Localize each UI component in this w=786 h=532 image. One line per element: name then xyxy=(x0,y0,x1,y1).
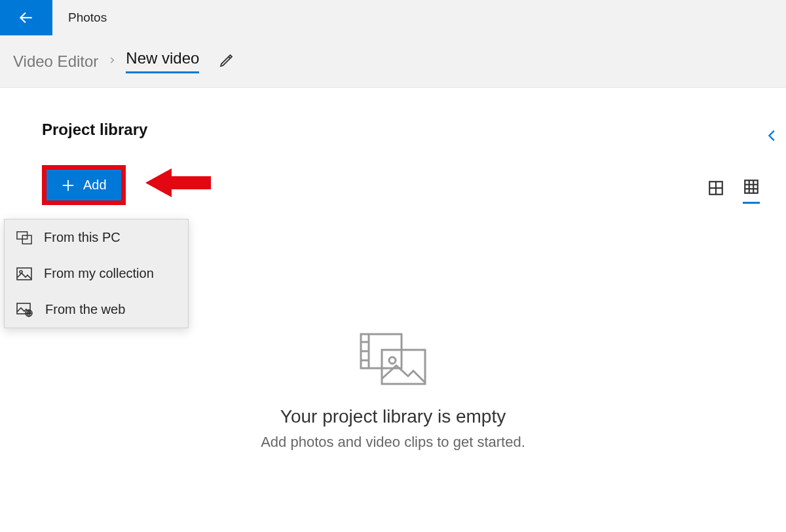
menu-label: From the web xyxy=(45,302,125,317)
empty-subtitle: Add photos and video clips to get starte… xyxy=(164,434,622,451)
menu-item-from-pc[interactable]: From this PC xyxy=(5,219,188,256)
add-dropdown-menu: From this PC From my collection From the… xyxy=(4,219,189,328)
view-toggle-group xyxy=(707,178,760,204)
section-title: Project library xyxy=(42,121,765,139)
empty-library-icon xyxy=(357,330,429,388)
back-arrow-icon xyxy=(18,9,35,26)
pencil-icon xyxy=(219,52,234,68)
add-button[interactable]: Add xyxy=(47,170,121,200)
back-button[interactable] xyxy=(0,0,52,35)
add-button-label: Add xyxy=(83,178,107,193)
app-title: Photos xyxy=(68,10,107,25)
breadcrumb: Video Editor New video xyxy=(0,35,786,88)
picture-icon xyxy=(16,267,32,280)
empty-title: Your project library is empty xyxy=(164,406,622,427)
annotation-arrow-icon xyxy=(145,165,211,200)
edit-title-button[interactable] xyxy=(219,52,234,71)
empty-state: Your project library is empty Add photos… xyxy=(164,330,622,451)
svg-rect-15 xyxy=(17,268,31,280)
collapse-panel-button[interactable] xyxy=(765,124,779,149)
grid-2x2-icon xyxy=(707,180,724,197)
plus-icon xyxy=(61,178,75,193)
header-bar: Photos xyxy=(0,0,786,35)
chevron-right-icon xyxy=(107,56,117,67)
add-button-highlight: Add xyxy=(42,165,126,205)
svg-line-1 xyxy=(229,56,231,58)
grid-3x3-icon xyxy=(743,178,760,195)
grid-large-view-button[interactable] xyxy=(707,180,724,203)
chevron-left-icon xyxy=(765,124,779,147)
menu-item-from-web[interactable]: From the web xyxy=(5,292,188,328)
breadcrumb-current[interactable]: New video xyxy=(126,49,199,73)
menu-item-from-collection[interactable]: From my collection xyxy=(5,256,188,292)
svg-rect-8 xyxy=(745,180,758,193)
menu-label: From this PC xyxy=(44,230,121,245)
svg-marker-4 xyxy=(145,168,211,197)
main-content: Project library Add xyxy=(0,88,786,205)
svg-rect-25 xyxy=(382,350,425,384)
svg-point-26 xyxy=(389,357,396,364)
pc-icon xyxy=(16,231,32,245)
menu-label: From my collection xyxy=(44,266,154,281)
grid-small-view-button[interactable] xyxy=(743,178,760,204)
web-picture-icon xyxy=(16,303,33,317)
breadcrumb-parent[interactable]: Video Editor xyxy=(13,52,98,71)
